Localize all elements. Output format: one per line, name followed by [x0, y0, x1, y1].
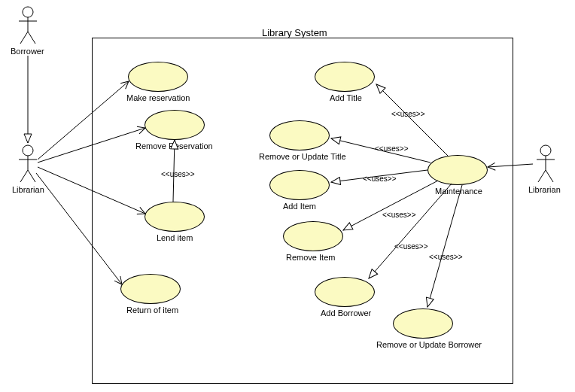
- uses-label-maint-rub: <<uses>>: [429, 253, 462, 261]
- actor-icon: [17, 144, 39, 184]
- svg-point-0: [23, 7, 33, 17]
- diagram-canvas: Library System Borrower Librarian L: [0, 0, 575, 392]
- usecase-remove-update-title: [269, 120, 330, 150]
- usecase-remove-update-title-label: Remove or Update Title: [259, 152, 346, 161]
- usecase-make-reservation-label: Make reservation: [126, 93, 190, 102]
- uses-label-maint-rut: <<uses>>: [375, 144, 408, 153]
- usecase-remove-update-borrower-label: Remove or Update Borrower: [376, 340, 482, 349]
- usecase-return-item-label: Return of item: [126, 305, 178, 315]
- svg-line-8: [20, 170, 28, 182]
- actor-librarian-left-label: Librarian: [12, 185, 44, 194]
- svg-line-4: [28, 32, 35, 44]
- uses-label-lend-remove: <<uses>>: [161, 170, 194, 178]
- actor-librarian-right-label: Librarian: [528, 185, 561, 194]
- svg-line-3: [20, 32, 28, 44]
- actor-icon: [17, 6, 39, 45]
- actor-borrower-label: Borrower: [11, 47, 44, 56]
- usecase-make-reservation: [128, 62, 188, 92]
- actor-icon: [534, 144, 557, 184]
- usecase-remove-reservation: [145, 110, 205, 140]
- svg-line-13: [538, 170, 546, 182]
- usecase-remove-item-label: Remove Item: [286, 253, 335, 262]
- uses-label-maint-addborrower: <<uses>>: [394, 242, 427, 251]
- usecase-lend-item: [145, 202, 205, 232]
- usecase-remove-reservation-label: Remove Reservation: [135, 141, 213, 150]
- uses-label-maint-removeitem: <<uses>>: [382, 211, 415, 219]
- system-title: Library System: [262, 27, 327, 38]
- actor-librarian-right: [534, 144, 557, 184]
- svg-line-9: [28, 170, 35, 182]
- usecase-add-title-label: Add Title: [330, 93, 362, 102]
- usecase-lend-item-label: Lend item: [157, 233, 193, 242]
- actor-borrower: [17, 6, 39, 45]
- usecase-maintenance-label: Maintenance: [435, 187, 482, 196]
- usecase-add-borrower-label: Add Borrower: [321, 308, 371, 318]
- uses-label-maint-additem: <<uses>>: [363, 175, 396, 183]
- uses-label-maint-addtitle: <<uses>>: [391, 110, 424, 118]
- usecase-add-item: [269, 170, 330, 200]
- svg-point-10: [540, 145, 551, 156]
- usecase-remove-update-borrower: [393, 308, 453, 339]
- usecase-add-item-label: Add Item: [283, 202, 316, 211]
- usecase-add-borrower: [315, 277, 375, 307]
- usecase-maintenance: [427, 155, 488, 185]
- usecase-return-item: [120, 274, 181, 304]
- svg-point-5: [23, 145, 33, 156]
- svg-line-14: [546, 170, 553, 182]
- usecase-remove-item: [283, 221, 343, 251]
- usecase-add-title: [315, 62, 375, 92]
- actor-librarian-left: [17, 144, 39, 184]
